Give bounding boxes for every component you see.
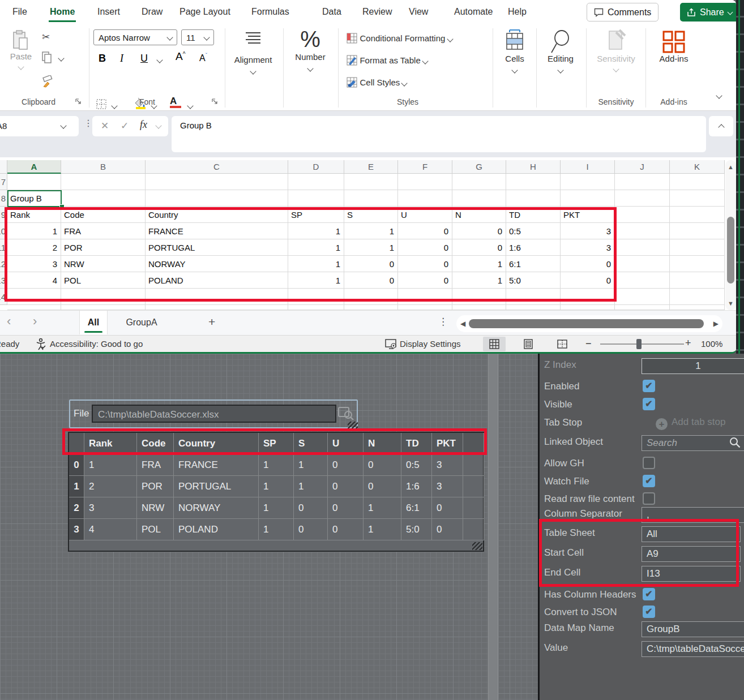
column-header-e[interactable]: E — [344, 160, 398, 174]
designer-cell-r1-c7[interactable]: 1:6 — [401, 476, 432, 497]
prop-action-tab-stop[interactable]: +Add tab stop — [656, 416, 725, 430]
designer-cell-r2-c5[interactable]: 0 — [328, 497, 364, 519]
designer-cell-r2-c8[interactable]: 0 — [432, 497, 463, 519]
grid-cell-C7[interactable] — [146, 174, 288, 190]
prop-input-end-cell[interactable]: I13 — [642, 566, 741, 582]
grid-cell-H12[interactable]: 6:1 — [506, 256, 561, 272]
prop-input-data-map-name[interactable]: GroupB — [642, 621, 744, 637]
grid-cell-G10[interactable]: 0 — [452, 223, 506, 239]
designer-header-n[interactable]: N — [364, 433, 401, 454]
prop-checkbox-enabled[interactable]: ✔ — [643, 380, 655, 392]
row-header-10[interactable]: 10 — [0, 223, 7, 239]
menu-tab-home[interactable]: Home — [49, 5, 76, 19]
prop-checkbox-has-column-headers[interactable]: ✔ — [643, 588, 655, 600]
collapse-formula-bar-button[interactable] — [709, 116, 733, 136]
cells-button[interactable]: Cells — [501, 29, 528, 72]
designer-cell-r2-c9[interactable] — [463, 497, 484, 519]
designer-cell-r3-c7[interactable]: 5:0 — [401, 519, 432, 540]
designer-header-col0[interactable] — [69, 433, 84, 454]
grid-cell-C11[interactable]: PORTUGAL — [146, 239, 288, 256]
up-arrow-icon[interactable]: ▲ — [725, 164, 736, 170]
file-path-input[interactable]: C:\tmp\tableDataSoccer.xlsx — [92, 405, 336, 423]
menu-tab-automate[interactable]: Automate — [453, 5, 494, 19]
prop-checkbox-read-raw-file-content[interactable] — [643, 492, 655, 505]
grid-cell-D7[interactable] — [288, 174, 344, 190]
prop-input-z-index[interactable]: 1 — [642, 358, 744, 374]
prop-checkbox-convert-to-json[interactable]: ✔ — [643, 605, 655, 618]
grid-cell-H7[interactable] — [506, 174, 561, 190]
row-header-7[interactable]: 7 — [0, 174, 7, 190]
grid-cell-J9[interactable] — [615, 207, 670, 223]
designer-cell-r3-c1[interactable]: POL — [137, 519, 174, 540]
font-dialog-launcher-icon[interactable] — [212, 98, 218, 105]
grid-cell-K13[interactable] — [670, 272, 725, 289]
left-arrow-icon[interactable]: ◀ — [460, 320, 465, 328]
grid-cell-D14[interactable] — [288, 289, 344, 305]
column-header-f[interactable]: F — [398, 160, 452, 174]
grid-vertical-scrollbar[interactable]: ▲ ▼ — [725, 160, 736, 310]
page-layout-view-button[interactable] — [517, 337, 540, 351]
column-header-c[interactable]: C — [146, 160, 288, 174]
grid-cell-I13[interactable]: 0 — [561, 272, 615, 289]
designer-rownum-3[interactable]: 3 — [69, 519, 84, 540]
file-widget[interactable]: File C:\tmp\tableDataSoccer.xlsx — [69, 400, 358, 428]
grid-cell-G9[interactable]: N — [452, 207, 506, 223]
grid-cell-H14[interactable] — [506, 289, 561, 305]
grid-cell-D8[interactable] — [288, 190, 344, 207]
designer-cell-r2-c4[interactable]: 0 — [294, 497, 328, 519]
fx-icon[interactable]: fx — [140, 119, 147, 131]
designer-cell-r1-c8[interactable]: 3 — [432, 476, 463, 497]
resize-handle[interactable] — [348, 422, 358, 430]
zoom-slider-track[interactable] — [600, 343, 684, 345]
prop-input-column-separator[interactable]: , — [642, 507, 744, 523]
grid-cell-J13[interactable] — [615, 272, 670, 289]
row-header-8[interactable]: 8 — [0, 190, 7, 207]
grid-cell-H10[interactable]: 0:5 — [506, 223, 561, 239]
designer-cell-r3-c2[interactable]: POLAND — [174, 519, 259, 540]
designer-cell-r3-c3[interactable]: 1 — [259, 519, 294, 540]
designer-cell-r3-c9[interactable] — [463, 519, 484, 540]
designer-cell-r2-c2[interactable]: NORWAY — [174, 497, 259, 519]
addins-button[interactable]: Add-ins — [654, 30, 694, 63]
designer-cell-r0-c0[interactable]: 1 — [84, 454, 137, 476]
grid-cell-D12[interactable]: 1 — [288, 256, 344, 272]
prop-search-linked-object[interactable]: Search — [642, 435, 744, 451]
grid-cell-G14[interactable] — [452, 289, 506, 305]
designer-header-pkt[interactable]: PKT — [432, 433, 463, 454]
formula-input[interactable]: Group B — [172, 116, 706, 152]
alignment-button[interactable]: Alignment — [229, 31, 277, 74]
grid-cell-D13[interactable]: 1 — [288, 272, 344, 289]
grid-cell-E8[interactable] — [344, 190, 398, 207]
grid-cell-F10[interactable]: 0 — [398, 223, 452, 239]
grid-horizontal-scrollbar[interactable]: ◀ ▶ — [456, 315, 722, 332]
display-settings-icon[interactable] — [385, 339, 397, 350]
page-break-view-button[interactable] — [551, 337, 574, 351]
prop-checkbox-allow-gh[interactable] — [643, 457, 655, 469]
grid-cell-D11[interactable]: 1 — [288, 239, 344, 256]
grid-cell-I7[interactable] — [561, 174, 615, 190]
sheet-nav-right-icon[interactable]: › — [33, 314, 37, 329]
designer-rownum-1[interactable]: 1 — [69, 476, 84, 497]
grid-cell-A13[interactable]: 4 — [7, 272, 61, 289]
designer-cell-r3-c5[interactable]: 0 — [328, 519, 364, 540]
menu-tab-data[interactable]: Data — [321, 5, 343, 19]
zoom-level[interactable]: 100% — [701, 339, 722, 349]
designer-cell-r1-c2[interactable]: PORTUGAL — [174, 476, 259, 497]
zoom-in-button[interactable]: + — [685, 337, 691, 349]
designer-header-col10[interactable] — [463, 433, 484, 454]
clipboard-dialog-launcher-icon[interactable] — [75, 98, 82, 105]
row-header-13[interactable]: 13 — [0, 272, 7, 289]
grid-cell-K7[interactable] — [670, 174, 725, 190]
column-header-d[interactable]: D — [288, 160, 344, 174]
grid-cell-B11[interactable]: POR — [61, 239, 146, 256]
prop-input-value[interactable]: C:\tmp\tableDataSoccer.xlsx — [642, 641, 744, 657]
grid-cell-B12[interactable]: NRW — [61, 256, 146, 272]
row-header-12[interactable]: 12 — [0, 256, 7, 272]
canvas-scrollbar[interactable] — [488, 354, 498, 700]
grid-cell-G13[interactable]: 1 — [452, 272, 506, 289]
column-header-j[interactable]: J — [615, 160, 670, 174]
grid-cell-F13[interactable]: 0 — [398, 272, 452, 289]
grid-cell-B7[interactable] — [61, 174, 146, 190]
grid-cell-K8[interactable] — [670, 190, 725, 207]
designer-cell-r1-c6[interactable]: 0 — [364, 476, 401, 497]
